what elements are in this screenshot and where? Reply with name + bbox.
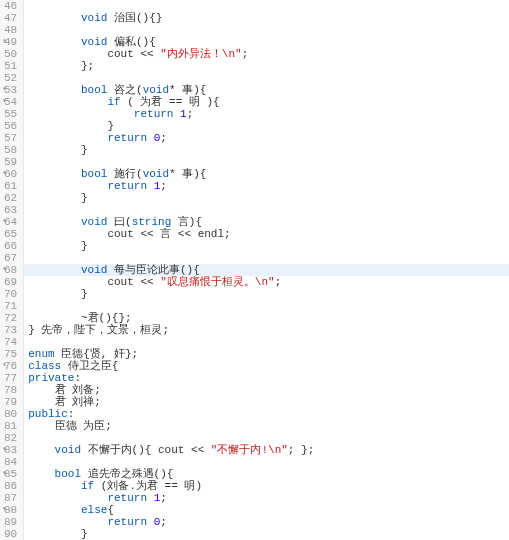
code-line[interactable] [24, 432, 509, 444]
code-token: bool [81, 168, 107, 180]
code-token [147, 492, 154, 504]
code-token [28, 264, 81, 276]
code-line[interactable] [24, 72, 509, 84]
code-token: return [107, 516, 147, 528]
code-token: } [28, 192, 87, 204]
code-token: ; [187, 108, 194, 120]
code-line[interactable]: 君 刘备; [24, 384, 509, 396]
code-line[interactable]: return 1; [24, 180, 509, 192]
code-line[interactable]: 君 刘禅; [24, 396, 509, 408]
code-line[interactable]: else{ [24, 504, 509, 516]
line-number: 80 [4, 408, 17, 420]
line-number: 69 [4, 276, 17, 288]
code-token: if [81, 480, 94, 492]
fold-toggle-icon[interactable] [2, 505, 10, 513]
code-line[interactable] [24, 204, 509, 216]
code-token: } [28, 144, 87, 156]
code-token: cout << [28, 276, 160, 288]
fold-toggle-icon[interactable] [2, 445, 10, 453]
code-line[interactable]: void 每与臣论此事(){ [24, 264, 509, 276]
fold-toggle-icon[interactable] [2, 361, 10, 369]
code-line[interactable]: void 不懈于内(){ cout << "不懈于内!\n"; }; [24, 444, 509, 456]
code-line[interactable]: }; [24, 60, 509, 72]
code-line[interactable]: } [24, 192, 509, 204]
code-token: "不懈于内!\n" [211, 444, 288, 456]
fold-toggle-icon[interactable] [2, 37, 10, 45]
code-line[interactable]: return 1; [24, 492, 509, 504]
line-number: 49 [4, 36, 17, 48]
code-token: 言){ [171, 216, 202, 228]
code-token [28, 36, 81, 48]
code-token: (刘备.为君 == 明) [94, 480, 202, 492]
code-token: : [68, 408, 75, 420]
code-token: "叹息痛恨于桓灵。\n" [160, 276, 274, 288]
line-number: 77 [4, 372, 17, 384]
code-token: private [28, 372, 74, 384]
code-line[interactable]: void 偏私(){ [24, 36, 509, 48]
code-line[interactable]: class 侍卫之臣{ [24, 360, 509, 372]
code-line[interactable] [24, 336, 509, 348]
code-line[interactable]: enum 臣德{贤, 奸}; [24, 348, 509, 360]
code-line[interactable]: cout << 言 << endl; [24, 228, 509, 240]
code-line[interactable]: void 曰(string 言){ [24, 216, 509, 228]
code-line[interactable]: bool 咨之(void* 事){ [24, 84, 509, 96]
code-line[interactable]: private: [24, 372, 509, 384]
code-token: bool [81, 84, 107, 96]
code-line[interactable]: } [24, 120, 509, 132]
fold-toggle-icon[interactable] [2, 169, 10, 177]
code-token: 追先帝之殊遇(){ [81, 468, 173, 480]
code-line[interactable]: void 治国(){} [24, 12, 509, 24]
line-number: 85 [4, 468, 17, 480]
code-line[interactable]: } [24, 240, 509, 252]
code-line[interactable] [24, 156, 509, 168]
code-line[interactable]: bool 追先帝之殊遇(){ [24, 468, 509, 480]
code-token: ; [160, 492, 167, 504]
code-line[interactable] [24, 456, 509, 468]
code-line[interactable]: } [24, 528, 509, 540]
code-line[interactable]: bool 施行(void* 事){ [24, 168, 509, 180]
code-token: } 先帝，陛下，文景，桓灵; [28, 324, 169, 336]
code-token: 偏私(){ [107, 36, 155, 48]
code-line[interactable] [24, 24, 509, 36]
code-line[interactable]: } [24, 288, 509, 300]
fold-toggle-icon[interactable] [2, 265, 10, 273]
code-token [28, 216, 81, 228]
line-number: 66 [4, 240, 17, 252]
code-line[interactable]: } 先帝，陛下，文景，桓灵; [24, 324, 509, 336]
code-token: 每与臣论此事(){ [107, 264, 199, 276]
code-token: void [143, 168, 169, 180]
fold-toggle-icon[interactable] [2, 217, 10, 225]
line-number: 64 [4, 216, 17, 228]
code-token: void [81, 36, 107, 48]
code-line[interactable]: public: [24, 408, 509, 420]
code-line[interactable]: cout << "内外异法！\n"; [24, 48, 509, 60]
code-line[interactable]: return 1; [24, 108, 509, 120]
line-number: 47 [4, 12, 17, 24]
code-line[interactable]: if ( 为君 == 明 ){ [24, 96, 509, 108]
code-line[interactable]: 臣德 为臣; [24, 420, 509, 432]
code-token: } [28, 288, 87, 300]
code-token: void [55, 444, 81, 456]
code-token: 曰( [107, 216, 131, 228]
line-number: 55 [4, 108, 17, 120]
code-line[interactable]: return 0; [24, 516, 509, 528]
line-number: 78 [4, 384, 17, 396]
code-line[interactable]: ~君(){}; [24, 312, 509, 324]
code-line[interactable] [24, 252, 509, 264]
code-line[interactable] [24, 300, 509, 312]
code-line[interactable]: } [24, 144, 509, 156]
code-line[interactable]: cout << "叹息痛恨于桓灵。\n"; [24, 276, 509, 288]
code-line[interactable]: return 0; [24, 132, 509, 144]
code-line[interactable] [24, 0, 509, 12]
fold-toggle-icon[interactable] [2, 97, 10, 105]
fold-toggle-icon[interactable] [2, 469, 10, 477]
code-area[interactable]: void 治国(){} void 偏私(){ cout << "内外异法！\n"… [24, 0, 509, 540]
fold-toggle-icon[interactable] [2, 85, 10, 93]
code-token: 君 刘禅; [28, 396, 101, 408]
line-number: 60 [4, 168, 17, 180]
code-token: 臣德 为臣; [28, 420, 112, 432]
code-token [28, 504, 81, 516]
line-number: 50 [4, 48, 17, 60]
code-token: 治国(){} [107, 12, 162, 24]
code-line[interactable]: if (刘备.为君 == 明) [24, 480, 509, 492]
